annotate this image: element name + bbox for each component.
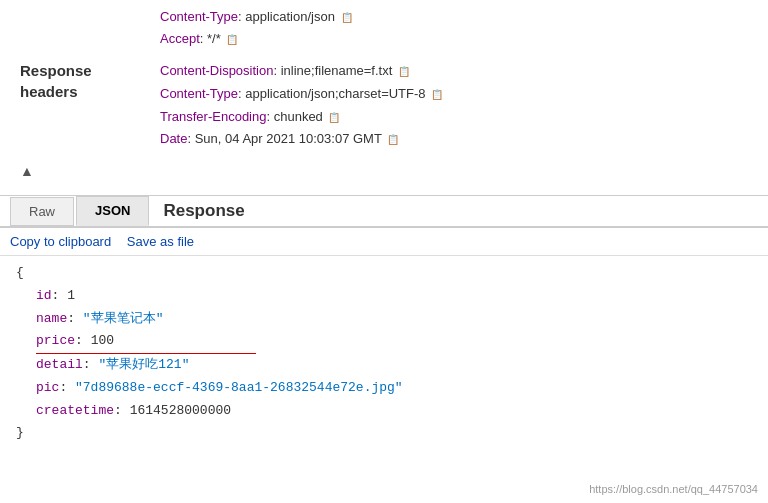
date-copy-icon[interactable]: 📋 <box>387 134 399 145</box>
disposition-key: Content-Disposition <box>160 63 273 78</box>
json-body: { id: 1 name: "苹果笔记本" price: 100 detail:… <box>0 256 768 451</box>
resp-content-type-value: : application/json;charset=UTF-8 <box>238 86 426 101</box>
json-row-createtime: createtime: 1614528000000 <box>36 403 231 418</box>
json-row-pic: pic: "7d89688e-eccf-4369-8aa1-26832544e7… <box>36 380 403 395</box>
content-type-key: Content-Type <box>160 9 238 24</box>
json-row-name: name: "苹果笔记本" <box>36 311 163 326</box>
main-container: Content-Type: application/json 📋 Accept:… <box>0 0 768 451</box>
content-type-value: : application/json <box>238 9 335 24</box>
resp-content-type-key: Content-Type <box>160 86 238 101</box>
accept-value: : */* <box>200 31 221 46</box>
json-open-brace: { <box>16 265 24 280</box>
transfer-encoding-key: Transfer-Encoding <box>160 109 266 124</box>
transfer-encoding-copy-icon[interactable]: 📋 <box>328 112 340 123</box>
accept-key: Accept <box>160 31 200 46</box>
response-title: Response <box>163 201 244 221</box>
response-headers-label: Responseheaders <box>20 60 160 151</box>
response-viewer: Raw JSON Response Copy to clipboard Save… <box>0 195 768 451</box>
json-row-detail: detail: "苹果好吃121" <box>36 357 189 372</box>
resp-content-type-copy-icon[interactable]: 📋 <box>431 89 443 100</box>
collapse-arrow[interactable]: ▲ <box>0 159 768 187</box>
content-type-copy-icon[interactable]: 📋 <box>341 12 353 23</box>
transfer-encoding-value: : chunked <box>266 109 322 124</box>
price-line-underline: price: 100 <box>36 330 256 354</box>
response-headers-content: Content-Disposition: inline;filename=f.t… <box>160 60 748 151</box>
disposition-value: : inline;filename=f.txt <box>273 63 392 78</box>
tab-raw[interactable]: Raw <box>10 197 74 226</box>
json-row-id: id: 1 <box>36 288 75 303</box>
json-row-price: price: 100 <box>36 330 256 354</box>
json-close-brace: } <box>16 425 24 440</box>
tabs-row: Raw JSON Response <box>0 196 768 228</box>
save-as-file-link[interactable]: Save as file <box>127 234 194 249</box>
tab-json[interactable]: JSON <box>76 196 149 226</box>
response-toolbar: Copy to clipboard Save as file <box>0 228 768 256</box>
request-headers-partial: Content-Type: application/json 📋 Accept:… <box>0 0 768 52</box>
response-headers-section: Responseheaders Content-Disposition: inl… <box>0 52 768 159</box>
date-key: Date <box>160 131 187 146</box>
accept-copy-icon[interactable]: 📋 <box>226 34 238 45</box>
disposition-copy-icon[interactable]: 📋 <box>398 66 410 77</box>
date-value: : Sun, 04 Apr 2021 10:03:07 GMT <box>187 131 381 146</box>
watermark: https://blog.csdn.net/qq_44757034 <box>589 483 758 495</box>
copy-to-clipboard-link[interactable]: Copy to clipboard <box>10 234 111 249</box>
